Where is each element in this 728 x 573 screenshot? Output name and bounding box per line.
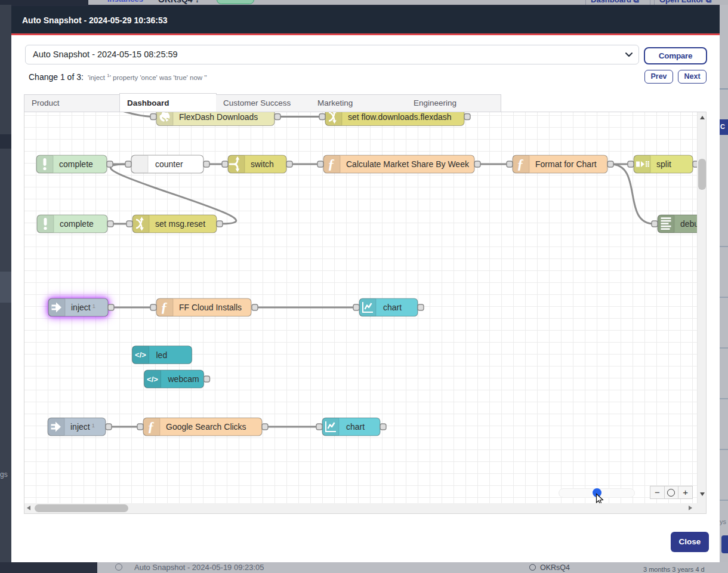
- svg-text:ƒ: ƒ: [147, 419, 155, 434]
- svg-text:debug: debug: [680, 219, 697, 229]
- svg-text:split: split: [656, 159, 671, 169]
- svg-text:Format for Chart: Format for Chart: [535, 159, 597, 169]
- svg-text:set msg.reset: set msg.reset: [155, 219, 205, 229]
- svg-text:ƒ: ƒ: [161, 300, 168, 315]
- svg-text:set flow.downloads.flexdash: set flow.downloads.flexdash: [348, 112, 452, 122]
- svg-text:switch: switch: [251, 159, 274, 169]
- svg-text:led: led: [156, 350, 168, 360]
- svg-text:webcam: webcam: [168, 374, 199, 384]
- svg-text:complete: complete: [60, 219, 94, 229]
- svg-text:Google Search Clicks: Google Search Clicks: [166, 422, 246, 432]
- svg-text:chart: chart: [346, 422, 365, 432]
- svg-text:ƒ: ƒ: [328, 156, 335, 171]
- svg-text:FlexDash Downloads: FlexDash Downloads: [179, 112, 258, 122]
- svg-text:complete: complete: [59, 159, 93, 169]
- svg-text:Calculate Market Share By Week: Calculate Market Share By Week: [346, 159, 470, 169]
- svg-text:</>: </>: [135, 350, 146, 359]
- svg-text:counter: counter: [155, 159, 183, 169]
- svg-text:</>: </>: [147, 375, 158, 384]
- svg-text:chart: chart: [383, 303, 402, 312]
- svg-text:FF Cloud Installs: FF Cloud Installs: [179, 303, 242, 312]
- svg-text:ƒ: ƒ: [517, 156, 524, 171]
